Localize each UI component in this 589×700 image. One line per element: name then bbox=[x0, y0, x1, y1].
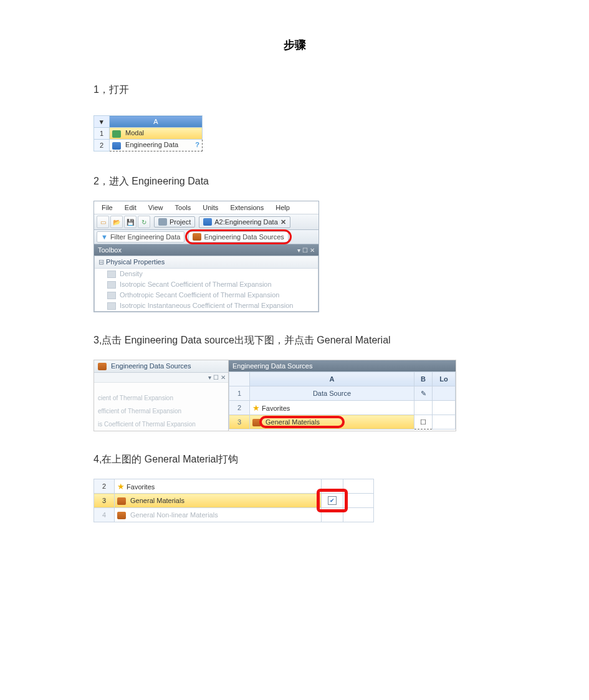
data-source-favorites[interactable]: ★ Favorites bbox=[115, 479, 322, 494]
step-1-heading: 1，打开 bbox=[93, 84, 496, 97]
subheader-location bbox=[433, 386, 456, 401]
chip-label: Engineering Data Sources bbox=[204, 233, 284, 241]
menu-tools[interactable]: Tools bbox=[170, 203, 196, 213]
book-icon bbox=[112, 142, 121, 150]
menu-edit[interactable]: Edit bbox=[120, 203, 141, 213]
toolbar: ▭ 📂 💾 ↻ Project A2:Engineering Data ✕ bbox=[94, 214, 318, 230]
tab-project[interactable]: Project bbox=[154, 216, 195, 228]
left-pane-header: Engineering Data Sources bbox=[94, 360, 228, 373]
doc-title: 步骤 bbox=[93, 37, 496, 52]
checkbox-cell[interactable] bbox=[414, 401, 433, 415]
screenshot-data-sources: Engineering Data Sources ▾ ☐ ✕ cient of … bbox=[93, 360, 456, 431]
location-cell bbox=[433, 401, 456, 415]
row-number: 2 bbox=[94, 479, 115, 494]
cell-label: Favorites bbox=[127, 483, 155, 491]
faded-text: cient of Thermal Expansion bbox=[94, 391, 228, 405]
book-icon bbox=[203, 218, 212, 226]
annotation-highlight: General Materials bbox=[266, 418, 320, 426]
step-4-heading: 4,在上图的 General Material打钩 bbox=[93, 453, 496, 466]
books-icon bbox=[193, 233, 201, 241]
screenshot-general-materials-check: 2 ★ Favorites 3 General Materials ✔ bbox=[93, 479, 374, 522]
menu-units[interactable]: Units bbox=[198, 203, 223, 213]
row-number: 3 bbox=[229, 415, 250, 429]
star-icon: ★ bbox=[252, 403, 260, 413]
column-header-a: A bbox=[110, 116, 203, 128]
new-button[interactable]: ▭ bbox=[97, 216, 109, 228]
subtoolbar: ▼ Filter Engineering Data Engineering Da… bbox=[94, 230, 318, 244]
menu-extensions[interactable]: Extensions bbox=[225, 203, 269, 213]
books-icon bbox=[117, 497, 126, 505]
header-label: Engineering Data Sources bbox=[111, 362, 191, 370]
star-icon: ★ bbox=[117, 482, 125, 491]
screenshot-project-schematic: ▾ A 1 Modal 2 Engineering Data ? bbox=[93, 115, 203, 151]
tree-item[interactable]: Isotropic Secant Coefficient of Thermal … bbox=[95, 279, 318, 290]
location-cell bbox=[433, 415, 456, 429]
step-2-heading: 2，进入 Engineering Data bbox=[93, 175, 496, 188]
menu-view[interactable]: View bbox=[143, 203, 168, 213]
filter-icon: ▼ bbox=[101, 233, 108, 241]
menubar: File Edit View Tools Units Extensions He… bbox=[94, 201, 318, 214]
cell-label: Favorites bbox=[262, 405, 290, 412]
cell-engineering-data[interactable]: Engineering Data ? bbox=[110, 140, 203, 151]
books-icon bbox=[117, 512, 126, 519]
project-icon bbox=[158, 218, 167, 226]
row-number: 3 bbox=[94, 494, 115, 508]
subheader-edit-icon: ✎ bbox=[414, 386, 433, 401]
data-source-general-nonlinear[interactable]: General Non-linear Materials bbox=[115, 508, 322, 522]
row-number: 1 bbox=[94, 128, 110, 140]
refresh-button[interactable]: ↻ bbox=[138, 216, 150, 228]
tab-a2-engineering-data[interactable]: A2:Engineering Data ✕ bbox=[199, 216, 290, 228]
screenshot-engineering-data-window: File Edit View Tools Units Extensions He… bbox=[93, 201, 319, 312]
close-tab-icon[interactable]: ✕ bbox=[280, 218, 286, 226]
faded-text: efficient of Thermal Expansion bbox=[94, 405, 228, 418]
data-source-general-materials[interactable]: General Materials bbox=[250, 415, 414, 429]
row-number: 4 bbox=[94, 508, 115, 522]
save-button[interactable]: 💾 bbox=[124, 216, 136, 228]
tree-item[interactable]: Density bbox=[95, 269, 318, 279]
tab-label: Project bbox=[170, 218, 191, 226]
column-header-c: Lo bbox=[433, 372, 456, 386]
chip-label: Filter Engineering Data bbox=[110, 233, 181, 241]
panel-controls[interactable]: ▾ ☐ ✕ bbox=[297, 247, 315, 254]
menu-help[interactable]: Help bbox=[271, 203, 295, 213]
data-source-favorites[interactable]: ★ Favorites bbox=[250, 401, 414, 415]
row-number: 2 bbox=[94, 140, 110, 151]
toolbox-panel-header: Toolbox ▾ ☐ ✕ bbox=[94, 244, 318, 256]
open-button[interactable]: 📂 bbox=[110, 216, 123, 228]
cell-label: General Materials bbox=[266, 418, 320, 426]
subheader-data-source: Data Source bbox=[250, 386, 414, 401]
location-cell bbox=[343, 508, 374, 522]
step-3-heading: 3,点击 Engineering Data source出现下图，并点击 Gen… bbox=[93, 334, 496, 347]
checkbox-empty-icon: ☐ bbox=[420, 418, 426, 426]
column-header-b: B bbox=[414, 372, 433, 386]
cell-label: General Materials bbox=[130, 497, 184, 504]
cell-label: Modal bbox=[125, 129, 144, 137]
engineering-data-sources-button[interactable]: Engineering Data Sources bbox=[188, 231, 288, 242]
row-number: 1 bbox=[229, 386, 250, 401]
annotation-highlight bbox=[317, 489, 348, 512]
filter-engineering-data-button[interactable]: ▼ Filter Engineering Data bbox=[97, 231, 184, 242]
checkbox-cell[interactable]: ✔ bbox=[322, 494, 343, 508]
cell-label: Engineering Data bbox=[125, 141, 178, 148]
right-pane-title: Engineering Data Sources bbox=[229, 360, 456, 372]
panel-title: Toolbox bbox=[98, 246, 122, 254]
toolbox-panel-body: Physical Properties Density Isotropic Se… bbox=[94, 256, 318, 312]
tree-item[interactable]: Isotropic Instantaneous Coefficient of T… bbox=[95, 300, 318, 311]
column-header-a: A bbox=[250, 372, 414, 386]
books-icon bbox=[98, 363, 107, 370]
corner-cell bbox=[229, 372, 250, 386]
data-source-general-materials[interactable]: General Materials bbox=[115, 494, 322, 508]
refresh-needed-icon: ? bbox=[195, 141, 199, 148]
tree-item[interactable]: Orthotropic Secant Coefficient of Therma… bbox=[95, 290, 318, 300]
cell-label: General Non-linear Materials bbox=[130, 511, 218, 519]
checkbox-cell[interactable]: ☐ bbox=[414, 415, 433, 429]
cell-modal[interactable]: Modal bbox=[110, 128, 203, 140]
corner-dropdown-icon: ▾ bbox=[94, 116, 110, 128]
row-number: 2 bbox=[229, 401, 250, 415]
left-pane-controls[interactable]: ▾ ☐ ✕ bbox=[94, 373, 228, 383]
menu-file[interactable]: File bbox=[97, 203, 118, 213]
faded-text: is Coefficient of Thermal Expansion bbox=[94, 418, 228, 431]
modal-icon bbox=[112, 130, 121, 138]
tab-label: A2:Engineering Data bbox=[214, 218, 278, 226]
tree-group-physical-properties[interactable]: Physical Properties bbox=[95, 256, 318, 269]
